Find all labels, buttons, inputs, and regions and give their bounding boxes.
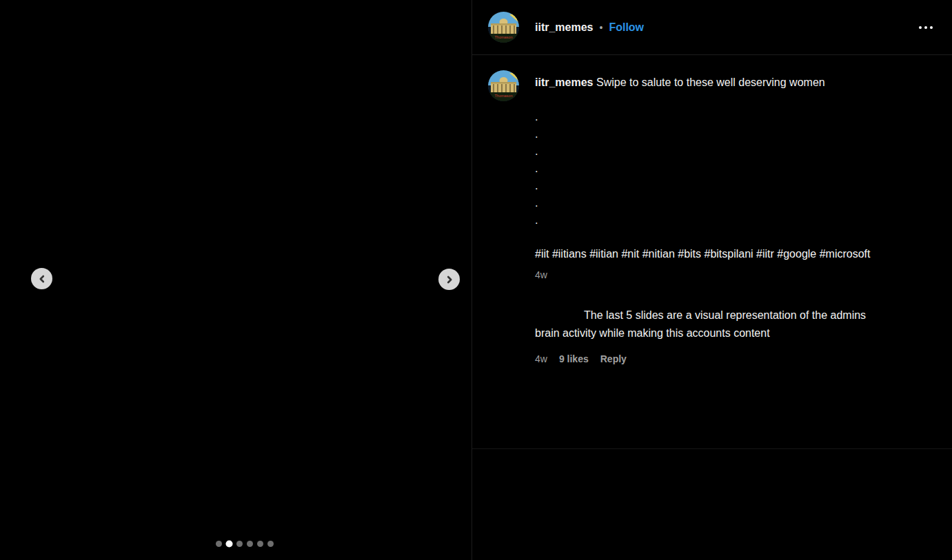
carousel-prev-button[interactable] — [31, 268, 52, 289]
caption-dot-line: . — [535, 125, 907, 143]
post-details-panel: Thomason iitr_memes • Follow — [472, 0, 952, 560]
caption-timestamp: 4w — [535, 269, 907, 281]
chevron-right-icon — [444, 274, 455, 285]
caption-row: Thomason iitr_memes Swipe to salute to t… — [488, 70, 935, 368]
more-options-icon — [919, 26, 933, 29]
caption-username[interactable]: iitr_memes — [535, 76, 594, 88]
carousel-dot[interactable] — [225, 540, 232, 547]
comment-reply-button[interactable]: Reply — [600, 351, 627, 368]
avatar-label: Thomason — [495, 35, 513, 39]
comments-bottom-divider — [472, 448, 952, 449]
caption-avatar[interactable]: Thomason — [488, 70, 519, 101]
carousel-dot[interactable] — [236, 541, 243, 547]
follow-button[interactable]: Follow — [609, 21, 644, 34]
caption-content: iitr_memes Swipe to salute to these well… — [535, 70, 907, 368]
caption-dot-line: . — [535, 108, 907, 125]
post-media — [0, 0, 472, 560]
header-separator: • — [600, 22, 603, 33]
header-user-line: iitr_memes • Follow — [535, 21, 644, 34]
caption-dot-line: . — [535, 211, 907, 229]
caption-dot-lines: ....... — [535, 108, 907, 229]
header-username[interactable]: iitr_memes — [535, 21, 594, 34]
caption-dot-line: . — [535, 160, 907, 177]
carousel-dot[interactable] — [267, 541, 274, 547]
comments-section: Thomason iitr_memes Swipe to salute to t… — [472, 55, 952, 560]
comment-text: The last 5 slides are a visual represent… — [535, 307, 883, 342]
carousel-dot[interactable] — [247, 541, 253, 547]
carousel-next-button[interactable] — [438, 269, 460, 290]
carousel-dot[interactable] — [257, 541, 263, 547]
carousel-dots — [9, 541, 480, 547]
avatar[interactable]: Thomason — [488, 12, 519, 43]
more-options-button[interactable] — [915, 22, 937, 33]
comment-timestamp: 4w — [535, 351, 547, 368]
chevron-left-icon — [37, 273, 48, 284]
post-header: Thomason iitr_memes • Follow — [472, 0, 952, 55]
caption-first-line: iitr_memes Swipe to salute to these well… — [535, 74, 907, 91]
comment-likes[interactable]: 9 likes — [559, 351, 589, 368]
comment-meta: 4w 9 likes Reply — [535, 351, 907, 368]
carousel-dot[interactable] — [216, 541, 222, 547]
caption-dot-line: . — [535, 143, 907, 160]
avatar-label: Thomason — [495, 94, 513, 98]
caption-hashtags[interactable]: #iit #iitians #iitian #nit #nitian #bits… — [535, 245, 907, 262]
caption-dot-line: . — [535, 194, 907, 211]
caption-text: Swipe to salute to these well deserving … — [596, 76, 825, 88]
caption-dot-line: . — [535, 177, 907, 194]
